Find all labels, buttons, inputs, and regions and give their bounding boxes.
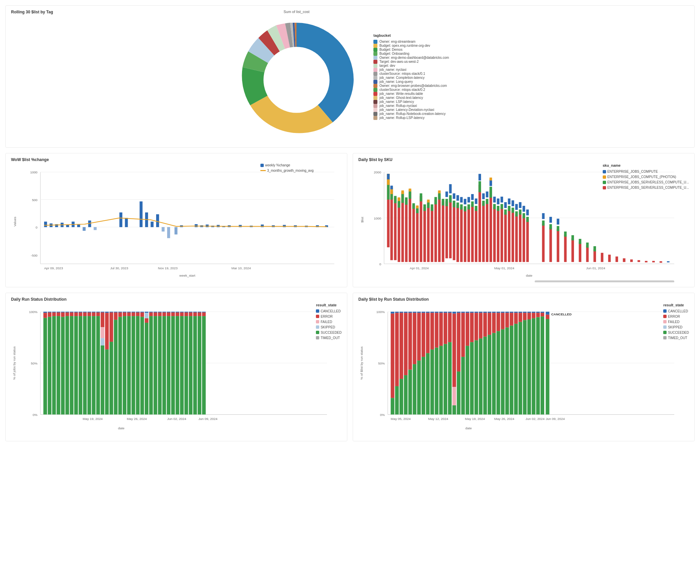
donut-legend-color bbox=[373, 68, 377, 72]
svg-rect-121 bbox=[467, 204, 470, 209]
daily-status-svg: 100% 50% 0% % of jobs by run status bbox=[11, 304, 342, 437]
svg-rect-249 bbox=[92, 316, 96, 414]
svg-rect-166 bbox=[522, 216, 525, 262]
svg-rect-442 bbox=[536, 313, 540, 317]
svg-rect-373 bbox=[435, 347, 439, 414]
svg-text:Values: Values bbox=[13, 217, 17, 227]
svg-rect-266 bbox=[114, 320, 118, 415]
wow-bar-label: weekly %change bbox=[265, 163, 290, 167]
svg-rect-25 bbox=[162, 227, 165, 232]
donut-legend-text: clusterSource: mlops-stack/0.2 bbox=[379, 88, 425, 92]
svg-rect-100 bbox=[442, 201, 444, 262]
sku-legend-title: sku_name bbox=[603, 163, 689, 167]
svg-text:Jun 09, 2024: Jun 09, 2024 bbox=[198, 417, 218, 421]
svg-rect-198 bbox=[652, 261, 655, 262]
svg-rect-262 bbox=[110, 312, 113, 342]
donut-legend-text: Budget: opex.eng.runtime-org-dev bbox=[379, 44, 430, 47]
svg-text:1000: 1000 bbox=[30, 170, 37, 174]
svg-rect-86 bbox=[420, 196, 423, 262]
svg-rect-407 bbox=[483, 336, 487, 414]
svg-rect-153 bbox=[504, 202, 507, 208]
svg-rect-445 bbox=[541, 313, 544, 316]
status-error: ERROR bbox=[316, 315, 342, 318]
donut-legend-item: job_name: Ghost-text-latency bbox=[373, 96, 467, 100]
svg-rect-259 bbox=[105, 313, 109, 349]
wow-bar-icon bbox=[260, 164, 264, 167]
svg-rect-78 bbox=[409, 192, 412, 262]
svg-rect-279 bbox=[136, 312, 140, 312]
svg-text:May 12, 2024: May 12, 2024 bbox=[428, 417, 448, 421]
wow-legend-line: 3_months_growth_moving_avg bbox=[260, 169, 314, 172]
svg-rect-144 bbox=[493, 197, 496, 203]
svg-rect-15 bbox=[66, 225, 69, 227]
sku-compute-icon bbox=[603, 170, 606, 173]
svg-rect-416 bbox=[496, 331, 500, 414]
donut-legend-item: job_name: Rollup-LSP-latency bbox=[373, 116, 467, 120]
svg-rect-81 bbox=[413, 205, 415, 262]
list-failed-icon bbox=[663, 320, 667, 323]
svg-rect-183 bbox=[571, 238, 574, 262]
svg-rect-288 bbox=[145, 323, 148, 415]
svg-rect-391 bbox=[461, 313, 465, 357]
donut-legend-color bbox=[373, 116, 377, 120]
svg-rect-18 bbox=[83, 227, 86, 231]
donut-legend-item: job_name: nyctaxi bbox=[373, 68, 467, 72]
svg-rect-155 bbox=[508, 206, 510, 211]
svg-rect-28 bbox=[125, 218, 128, 227]
svg-rect-282 bbox=[140, 312, 144, 312]
svg-rect-270 bbox=[123, 312, 126, 312]
svg-rect-311 bbox=[180, 312, 184, 316]
cancelled-label: CANCELLED bbox=[321, 309, 341, 313]
svg-rect-297 bbox=[158, 316, 162, 414]
donut-legend-text: job_name: Rollup-Notebook-creation-laten… bbox=[379, 112, 446, 116]
svg-rect-449 bbox=[546, 319, 549, 415]
svg-rect-410 bbox=[488, 335, 491, 414]
svg-rect-341 bbox=[391, 312, 394, 313]
svg-rect-237 bbox=[74, 316, 78, 414]
svg-rect-176 bbox=[549, 224, 552, 229]
daily-status-chart-card: Daily Run Status Distribution result_sta… bbox=[5, 293, 347, 442]
svg-rect-269 bbox=[118, 317, 122, 414]
donut-legend-text: job_name: Completion-latency bbox=[379, 76, 425, 80]
svg-rect-255 bbox=[101, 327, 104, 338]
svg-rect-370 bbox=[430, 349, 434, 415]
list-status-legend: result_state CANCELLED ERROR FAILED SKIP… bbox=[663, 303, 689, 340]
svg-rect-298 bbox=[162, 312, 166, 312]
svg-rect-136 bbox=[486, 199, 488, 204]
svg-rect-108 bbox=[453, 203, 455, 260]
timedout-label: TIMED_OUT bbox=[321, 336, 340, 340]
list-succeeded-label: SUCCEEDED bbox=[668, 331, 689, 334]
svg-rect-200 bbox=[667, 261, 670, 262]
svg-rect-199 bbox=[660, 261, 662, 263]
svg-rect-395 bbox=[466, 346, 469, 414]
svg-rect-289 bbox=[149, 312, 153, 312]
svg-rect-174 bbox=[542, 213, 545, 219]
svg-rect-268 bbox=[118, 312, 122, 317]
svg-rect-92 bbox=[427, 199, 430, 202]
svg-rect-429 bbox=[518, 312, 522, 313]
donut-legend-color bbox=[373, 96, 377, 100]
svg-rect-236 bbox=[74, 312, 78, 316]
svg-rect-231 bbox=[66, 316, 69, 414]
donut-legend-item: job_name: Write-results-table bbox=[373, 92, 467, 96]
list-status-legend-title: result_state bbox=[663, 303, 689, 307]
svg-rect-90 bbox=[427, 203, 430, 262]
svg-rect-179 bbox=[557, 226, 559, 231]
svg-rect-242 bbox=[83, 312, 87, 316]
svg-rect-93 bbox=[431, 207, 433, 262]
svg-rect-359 bbox=[417, 312, 421, 313]
donut-legend-item: job_name: Latency-Deviation-nyctaxi bbox=[373, 108, 467, 112]
svg-rect-107 bbox=[449, 184, 452, 193]
svg-rect-358 bbox=[413, 364, 417, 415]
svg-rect-134 bbox=[482, 193, 485, 199]
donut-legend-color bbox=[373, 64, 377, 68]
svg-rect-120 bbox=[467, 207, 470, 262]
svg-rect-85 bbox=[416, 205, 419, 208]
svg-rect-369 bbox=[430, 313, 434, 349]
wow-line-label: 3_months_growth_moving_avg bbox=[267, 169, 314, 172]
sku-compute-label: ENTERPRISE_JOBS_COMPUTE bbox=[607, 170, 658, 173]
svg-rect-426 bbox=[514, 312, 518, 313]
svg-rect-104 bbox=[445, 191, 448, 197]
svg-rect-344 bbox=[395, 312, 399, 313]
svg-rect-368 bbox=[430, 312, 434, 313]
